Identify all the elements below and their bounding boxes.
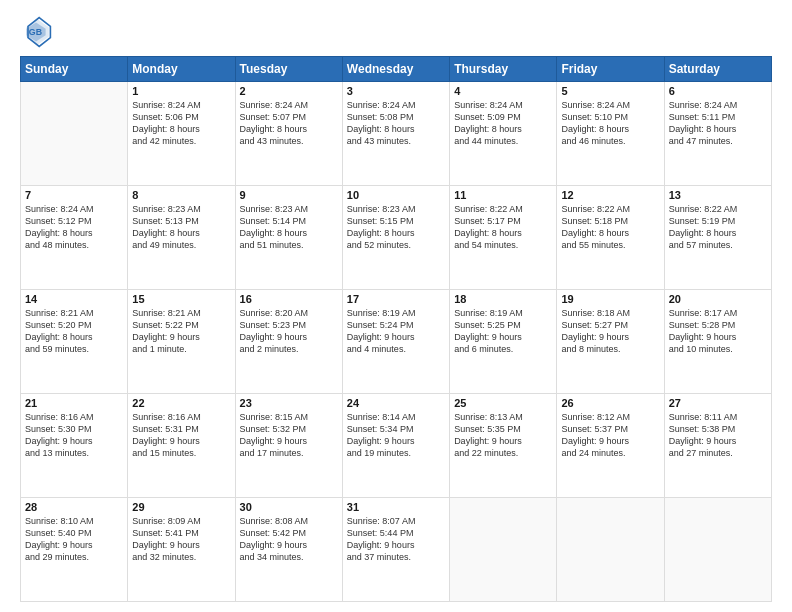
day-number: 17 (347, 293, 445, 305)
calendar-cell (21, 82, 128, 186)
day-info: Sunrise: 8:15 AMSunset: 5:32 PMDaylight:… (240, 411, 338, 460)
day-number: 11 (454, 189, 552, 201)
calendar-cell: 28Sunrise: 8:10 AMSunset: 5:40 PMDayligh… (21, 498, 128, 602)
day-info: Sunrise: 8:24 AMSunset: 5:07 PMDaylight:… (240, 99, 338, 148)
weekday-header-monday: Monday (128, 57, 235, 82)
day-number: 8 (132, 189, 230, 201)
weekday-header-saturday: Saturday (664, 57, 771, 82)
day-info: Sunrise: 8:24 AMSunset: 5:10 PMDaylight:… (561, 99, 659, 148)
calendar-cell: 19Sunrise: 8:18 AMSunset: 5:27 PMDayligh… (557, 290, 664, 394)
calendar-cell: 4Sunrise: 8:24 AMSunset: 5:09 PMDaylight… (450, 82, 557, 186)
calendar-cell (557, 498, 664, 602)
day-number: 26 (561, 397, 659, 409)
calendar-cell: 8Sunrise: 8:23 AMSunset: 5:13 PMDaylight… (128, 186, 235, 290)
day-number: 1 (132, 85, 230, 97)
day-info: Sunrise: 8:24 AMSunset: 5:08 PMDaylight:… (347, 99, 445, 148)
day-info: Sunrise: 8:09 AMSunset: 5:41 PMDaylight:… (132, 515, 230, 564)
day-info: Sunrise: 8:16 AMSunset: 5:31 PMDaylight:… (132, 411, 230, 460)
day-number: 23 (240, 397, 338, 409)
weekday-header-sunday: Sunday (21, 57, 128, 82)
day-info: Sunrise: 8:24 AMSunset: 5:12 PMDaylight:… (25, 203, 123, 252)
day-number: 28 (25, 501, 123, 513)
calendar-cell: 29Sunrise: 8:09 AMSunset: 5:41 PMDayligh… (128, 498, 235, 602)
day-info: Sunrise: 8:22 AMSunset: 5:17 PMDaylight:… (454, 203, 552, 252)
calendar-cell: 12Sunrise: 8:22 AMSunset: 5:18 PMDayligh… (557, 186, 664, 290)
calendar-cell: 30Sunrise: 8:08 AMSunset: 5:42 PMDayligh… (235, 498, 342, 602)
header: GB (20, 16, 772, 48)
weekday-header-thursday: Thursday (450, 57, 557, 82)
calendar-cell: 9Sunrise: 8:23 AMSunset: 5:14 PMDaylight… (235, 186, 342, 290)
day-number: 24 (347, 397, 445, 409)
calendar-cell: 31Sunrise: 8:07 AMSunset: 5:44 PMDayligh… (342, 498, 449, 602)
day-number: 25 (454, 397, 552, 409)
calendar-cell: 7Sunrise: 8:24 AMSunset: 5:12 PMDaylight… (21, 186, 128, 290)
day-number: 7 (25, 189, 123, 201)
calendar-cell (664, 498, 771, 602)
day-info: Sunrise: 8:23 AMSunset: 5:14 PMDaylight:… (240, 203, 338, 252)
calendar-cell: 23Sunrise: 8:15 AMSunset: 5:32 PMDayligh… (235, 394, 342, 498)
logo: GB (20, 16, 56, 48)
calendar-cell: 16Sunrise: 8:20 AMSunset: 5:23 PMDayligh… (235, 290, 342, 394)
day-info: Sunrise: 8:24 AMSunset: 5:09 PMDaylight:… (454, 99, 552, 148)
day-info: Sunrise: 8:24 AMSunset: 5:06 PMDaylight:… (132, 99, 230, 148)
calendar-cell: 15Sunrise: 8:21 AMSunset: 5:22 PMDayligh… (128, 290, 235, 394)
day-number: 6 (669, 85, 767, 97)
calendar-week-1: 1Sunrise: 8:24 AMSunset: 5:06 PMDaylight… (21, 82, 772, 186)
day-number: 4 (454, 85, 552, 97)
day-number: 18 (454, 293, 552, 305)
day-info: Sunrise: 8:08 AMSunset: 5:42 PMDaylight:… (240, 515, 338, 564)
calendar-cell: 5Sunrise: 8:24 AMSunset: 5:10 PMDaylight… (557, 82, 664, 186)
day-info: Sunrise: 8:22 AMSunset: 5:18 PMDaylight:… (561, 203, 659, 252)
day-info: Sunrise: 8:21 AMSunset: 5:20 PMDaylight:… (25, 307, 123, 356)
calendar-cell: 25Sunrise: 8:13 AMSunset: 5:35 PMDayligh… (450, 394, 557, 498)
calendar-cell: 26Sunrise: 8:12 AMSunset: 5:37 PMDayligh… (557, 394, 664, 498)
day-info: Sunrise: 8:24 AMSunset: 5:11 PMDaylight:… (669, 99, 767, 148)
calendar-header-row: SundayMondayTuesdayWednesdayThursdayFrid… (21, 57, 772, 82)
calendar-cell: 18Sunrise: 8:19 AMSunset: 5:25 PMDayligh… (450, 290, 557, 394)
weekday-header-wednesday: Wednesday (342, 57, 449, 82)
day-info: Sunrise: 8:21 AMSunset: 5:22 PMDaylight:… (132, 307, 230, 356)
weekday-header-friday: Friday (557, 57, 664, 82)
day-info: Sunrise: 8:18 AMSunset: 5:27 PMDaylight:… (561, 307, 659, 356)
day-number: 13 (669, 189, 767, 201)
calendar-table: SundayMondayTuesdayWednesdayThursdayFrid… (20, 56, 772, 602)
calendar-cell: 24Sunrise: 8:14 AMSunset: 5:34 PMDayligh… (342, 394, 449, 498)
calendar-cell: 22Sunrise: 8:16 AMSunset: 5:31 PMDayligh… (128, 394, 235, 498)
day-number: 22 (132, 397, 230, 409)
calendar-week-5: 28Sunrise: 8:10 AMSunset: 5:40 PMDayligh… (21, 498, 772, 602)
day-info: Sunrise: 8:19 AMSunset: 5:24 PMDaylight:… (347, 307, 445, 356)
day-number: 31 (347, 501, 445, 513)
day-info: Sunrise: 8:13 AMSunset: 5:35 PMDaylight:… (454, 411, 552, 460)
day-info: Sunrise: 8:23 AMSunset: 5:15 PMDaylight:… (347, 203, 445, 252)
calendar-cell: 11Sunrise: 8:22 AMSunset: 5:17 PMDayligh… (450, 186, 557, 290)
day-number: 14 (25, 293, 123, 305)
calendar-cell: 1Sunrise: 8:24 AMSunset: 5:06 PMDaylight… (128, 82, 235, 186)
calendar-week-3: 14Sunrise: 8:21 AMSunset: 5:20 PMDayligh… (21, 290, 772, 394)
day-info: Sunrise: 8:17 AMSunset: 5:28 PMDaylight:… (669, 307, 767, 356)
day-number: 15 (132, 293, 230, 305)
day-info: Sunrise: 8:20 AMSunset: 5:23 PMDaylight:… (240, 307, 338, 356)
day-number: 3 (347, 85, 445, 97)
calendar-cell: 6Sunrise: 8:24 AMSunset: 5:11 PMDaylight… (664, 82, 771, 186)
day-number: 19 (561, 293, 659, 305)
day-number: 12 (561, 189, 659, 201)
page: GB SundayMondayTuesdayWednesdayThursdayF… (0, 0, 792, 612)
day-info: Sunrise: 8:12 AMSunset: 5:37 PMDaylight:… (561, 411, 659, 460)
weekday-header-tuesday: Tuesday (235, 57, 342, 82)
logo-icon: GB (20, 16, 52, 48)
day-number: 5 (561, 85, 659, 97)
day-number: 27 (669, 397, 767, 409)
day-number: 2 (240, 85, 338, 97)
day-info: Sunrise: 8:22 AMSunset: 5:19 PMDaylight:… (669, 203, 767, 252)
calendar-cell: 27Sunrise: 8:11 AMSunset: 5:38 PMDayligh… (664, 394, 771, 498)
day-info: Sunrise: 8:10 AMSunset: 5:40 PMDaylight:… (25, 515, 123, 564)
calendar-cell: 2Sunrise: 8:24 AMSunset: 5:07 PMDaylight… (235, 82, 342, 186)
calendar-week-2: 7Sunrise: 8:24 AMSunset: 5:12 PMDaylight… (21, 186, 772, 290)
day-info: Sunrise: 8:16 AMSunset: 5:30 PMDaylight:… (25, 411, 123, 460)
day-info: Sunrise: 8:19 AMSunset: 5:25 PMDaylight:… (454, 307, 552, 356)
day-info: Sunrise: 8:11 AMSunset: 5:38 PMDaylight:… (669, 411, 767, 460)
calendar-cell: 13Sunrise: 8:22 AMSunset: 5:19 PMDayligh… (664, 186, 771, 290)
calendar-cell: 20Sunrise: 8:17 AMSunset: 5:28 PMDayligh… (664, 290, 771, 394)
day-number: 30 (240, 501, 338, 513)
day-number: 16 (240, 293, 338, 305)
